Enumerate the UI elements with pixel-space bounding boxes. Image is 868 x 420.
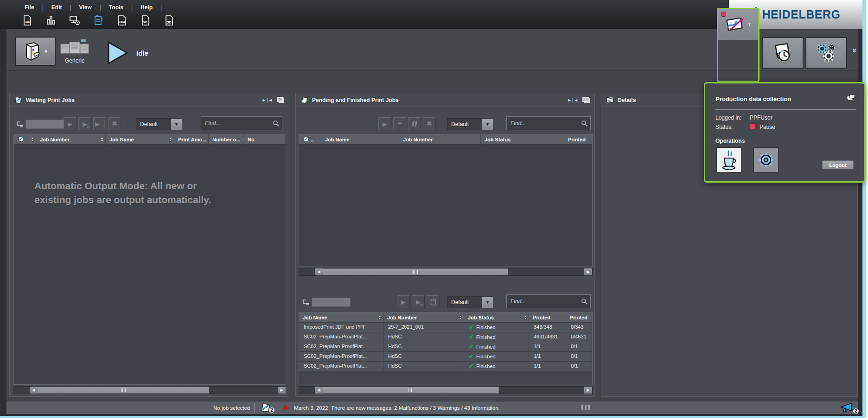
detach-panel-icon[interactable] [582,97,590,103]
sort-icon[interactable] [99,137,103,142]
sort-icon[interactable] [377,315,381,320]
scroll-right-icon[interactable]: ▶ [584,387,592,394]
job-group-tree-icon[interactable] [302,299,310,305]
cancel-output-button[interactable] [108,117,121,130]
column-number-of[interactable]: Number o... [209,134,244,144]
message-severity-bars-icon[interactable] [581,405,590,410]
pause-break-button[interactable] [716,147,741,172]
column-job-name[interactable]: Job Name [299,312,383,322]
column-job-number[interactable]: Job Number [383,312,464,322]
finished-find-input[interactable] [507,298,578,305]
job-group-tree-icon[interactable] [16,121,24,127]
logout-button[interactable]: Logout [822,160,854,169]
table-row[interactable]: SC02_PrepMan-ProofPlat... HdSC ✔Finished… [299,342,592,352]
scrollbar-thumb[interactable] [38,387,209,394]
scroll-right-icon[interactable]: ▶ [278,387,286,394]
column-job-name[interactable]: Job Name [321,134,399,144]
column-printed-2[interactable]: Printed [566,312,592,322]
sort-icon[interactable] [457,315,462,320]
status-message[interactable]: March 3, 2022 There are new messages: 2 … [294,405,500,411]
column-job-icon[interactable]: ... [299,134,321,144]
job-queue-button[interactable] [393,117,406,130]
column-print-amount[interactable]: Print Amo... [174,134,209,144]
table-row[interactable]: ImposedPrint JDF und PPF 29-7_2021_001 ✔… [299,323,592,332]
collapse-panel-icon[interactable]: ►❘◄ [262,98,272,102]
delete-job-button[interactable] [427,295,440,308]
status-bar: No job selected 2 ✖ March 3, 2022 There … [6,401,858,414]
scroll-left-icon[interactable]: ◀ [315,387,323,394]
import-job-icon[interactable]: ABC [116,14,128,26]
finished-filter-dropdown[interactable]: Default ▼ [447,296,493,308]
menu-help[interactable]: Help [136,3,157,12]
column-job-status[interactable]: Job Status [464,312,529,322]
counter-report-button[interactable] [762,37,804,69]
scroll-left-icon[interactable]: ◀ [30,387,38,394]
press-machine-icon[interactable] [92,14,104,26]
waiting-filter-dropdown[interactable]: Default ▼ [136,118,182,130]
data-collection-settings-button[interactable] [753,147,779,172]
sort-icon[interactable] [522,315,527,320]
collapse-panel-icon[interactable]: ►❘◄ [568,98,578,102]
pause-job-button[interactable] [408,117,421,130]
preview-document-icon[interactable]: W [140,14,152,26]
reprint-job-button[interactable] [397,295,410,308]
waiting-find-input[interactable] [201,120,270,127]
press-generic[interactable]: Generic [58,38,91,64]
messages-button[interactable]: 2 [261,403,274,413]
notifications-button[interactable]: 2 [839,402,859,414]
job-type-icon [303,136,309,142]
menu-tools[interactable]: Tools [105,3,128,12]
device-selector-button[interactable]: ▼ [15,37,56,66]
search-icon[interactable] [578,298,590,305]
output-to-end-button[interactable] [93,117,106,130]
menu-separator: | [66,4,75,11]
reprint-options-button[interactable]: ⚙ [412,295,425,308]
pending-find-input[interactable] [507,120,578,127]
panel-header: Pending and Finished Print Jobs ►❘◄ [296,93,594,107]
cancel-job-button[interactable] [423,117,436,130]
production-data-collection-button[interactable]: ▼ [718,9,758,40]
finished-horizontal-scrollbar[interactable]: ◀ ▶ [299,386,593,394]
column-job-icon[interactable] [14,134,36,144]
svg-text:ABC: ABC [25,21,32,24]
sort-icon[interactable] [241,137,244,142]
resume-job-button[interactable] [378,117,391,130]
scroll-left-icon[interactable]: ◀ [315,268,323,275]
sort-icon[interactable] [167,137,172,142]
search-icon[interactable] [270,120,282,127]
column-printed[interactable]: Printed [564,134,592,144]
start-output-button[interactable] [64,117,77,130]
pending-filter-dropdown[interactable]: Default ▼ [447,118,493,130]
column-job-name[interactable]: Job Name [106,134,174,144]
menu-separator: | [96,4,105,11]
scrollbar-thumb[interactable] [323,268,508,275]
column-job-status[interactable]: Job Status [481,134,564,144]
pending-horizontal-scrollbar[interactable]: ◀ ▶ [299,268,593,276]
linked-document-icon[interactable] [163,14,175,26]
scrollbar-thumb[interactable] [323,387,499,394]
table-row[interactable]: SC02_PrepMan-ProofPlat... HdSC ✔Finished… [299,352,592,362]
column-printed[interactable]: Printed [529,312,566,322]
reports-copy-icon[interactable] [846,94,855,103]
column-job-number[interactable]: Job Number [399,134,481,144]
more-tools-chevron-icon[interactable]: » [850,48,859,52]
search-icon[interactable] [578,120,590,127]
menu-file[interactable]: File [20,3,38,12]
table-row[interactable]: SC02_PrepMan-ProofPlat... HdSC ✔Finished… [299,362,592,371]
menu-view[interactable]: View [75,3,96,12]
waiting-jobs-icon [14,96,22,104]
column-job-number[interactable]: Job Number [36,134,106,144]
job-group-field [312,298,351,307]
reports-chart-icon[interactable] [45,14,57,26]
detach-panel-icon[interactable] [277,97,284,103]
menu-edit[interactable]: Edit [47,3,66,12]
settings-button[interactable] [805,37,847,69]
workstation-settings-icon[interactable] [69,14,81,26]
sort-icon[interactable] [29,137,34,142]
table-row[interactable]: SC02_PrepMan-ProofPlat... HdSC ✔Finished… [299,332,592,342]
waiting-horizontal-scrollbar[interactable]: ◀ ▶ [13,386,286,394]
column-truncated[interactable]: Nu [244,134,286,144]
start-output-options-button[interactable]: ⚙ [78,117,91,130]
new-job-document-icon[interactable]: ABC [21,14,33,26]
scroll-right-icon[interactable]: ▶ [584,268,592,275]
